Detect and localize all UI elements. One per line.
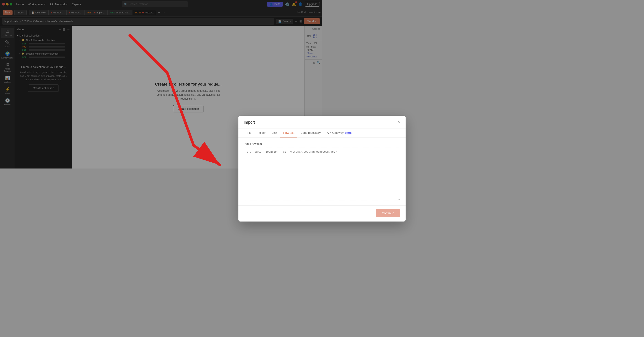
tab-folder[interactable]: Folder: [254, 128, 269, 138]
tab-raw-text[interactable]: Raw text: [280, 128, 298, 138]
tab-file[interactable]: File: [244, 128, 254, 138]
modal-title: Import: [244, 120, 255, 125]
tab-link[interactable]: Link: [269, 128, 280, 138]
paste-textarea[interactable]: [244, 148, 322, 169]
import-modal: Import × File Folder Link Raw text Code …: [238, 116, 322, 169]
tab-code-repository[interactable]: Code repository: [297, 128, 322, 138]
modal-header: Import ×: [238, 116, 322, 128]
paste-label: Paste raw text: [244, 142, 322, 146]
modal-body: Paste raw text: [238, 138, 322, 169]
modal-overlay[interactable]: Import × File Folder Link Raw text Code …: [0, 0, 322, 168]
modal-tabs: File Folder Link Raw text Code repositor…: [238, 128, 322, 138]
